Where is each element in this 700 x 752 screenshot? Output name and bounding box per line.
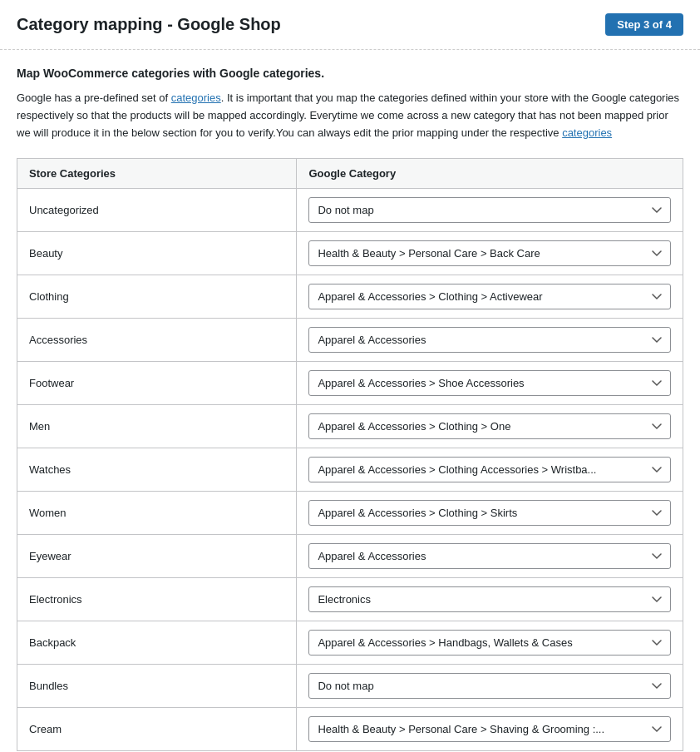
- google-category-select[interactable]: Apparel & Accessories > Clothing > Activ…: [308, 284, 671, 309]
- table-row: FootwearApparel & Accessories > Shoe Acc…: [17, 362, 683, 405]
- store-category-cell: Electronics: [17, 578, 297, 621]
- table-row: MenApparel & Accessories > Clothing > On…: [17, 405, 683, 448]
- page-title: Category mapping - Google Shop: [17, 15, 281, 34]
- store-category-cell: Beauty: [17, 232, 297, 275]
- table-row: BackpackApparel & Accessories > Handbags…: [17, 621, 683, 665]
- google-category-cell[interactable]: Apparel & Accessories > Handbags, Wallet…: [297, 621, 683, 665]
- subtitle: Map WooCommerce categories with Google c…: [17, 67, 683, 80]
- table-row: CreamHealth & Beauty > Personal Care > S…: [17, 708, 683, 751]
- google-category-select[interactable]: Apparel & Accessories > Shoe Accessories: [308, 370, 671, 396]
- desc-text1: Google has a pre-defined set of: [17, 92, 171, 104]
- table-header-row: Store Categories Google Category: [17, 159, 683, 189]
- store-category-cell: Eyewear: [17, 535, 297, 578]
- table-row: ElectronicsElectronics: [17, 578, 683, 621]
- step-badge: Step 3 of 4: [605, 13, 683, 36]
- table-row: BundlesDo not map: [17, 665, 683, 708]
- col-store-categories: Store Categories: [17, 159, 297, 189]
- store-category-cell: Men: [17, 405, 297, 448]
- store-category-cell: Watches: [17, 448, 297, 492]
- col-google-category: Google Category: [297, 159, 683, 189]
- google-category-cell[interactable]: Apparel & Accessories: [297, 535, 683, 578]
- google-category-select[interactable]: Apparel & Accessories > Clothing Accesso…: [308, 457, 671, 482]
- mapping-table: Store Categories Google Category Uncateg…: [17, 158, 683, 751]
- google-category-cell[interactable]: Health & Beauty > Personal Care > Shavin…: [297, 708, 683, 751]
- google-category-select[interactable]: Do not map: [308, 673, 671, 699]
- google-category-select[interactable]: Apparel & Accessories: [308, 327, 671, 353]
- google-category-select[interactable]: Health & Beauty > Personal Care > Shavin…: [308, 716, 671, 742]
- table-row: ClothingApparel & Accessories > Clothing…: [17, 275, 683, 319]
- table-row: EyewearApparel & Accessories: [17, 535, 683, 578]
- table-row: AccessoriesApparel & Accessories: [17, 319, 683, 362]
- google-category-select[interactable]: Health & Beauty > Personal Care > Back C…: [308, 240, 671, 266]
- google-category-select[interactable]: Do not map: [308, 197, 671, 223]
- google-category-cell[interactable]: Apparel & Accessories > Clothing > Activ…: [297, 275, 683, 319]
- store-category-cell: Women: [17, 492, 297, 535]
- google-category-select[interactable]: Electronics: [308, 586, 671, 612]
- google-category-cell[interactable]: Health & Beauty > Personal Care > Back C…: [297, 232, 683, 275]
- store-category-cell: Accessories: [17, 319, 297, 362]
- table-row: BeautyHealth & Beauty > Personal Care > …: [17, 232, 683, 275]
- store-category-cell: Uncategorized: [17, 189, 297, 232]
- google-category-cell[interactable]: Apparel & Accessories > Clothing Accesso…: [297, 448, 683, 492]
- google-category-cell[interactable]: Do not map: [297, 189, 683, 232]
- description: Google has a pre-defined set of categori…: [17, 90, 683, 141]
- categories-link-2[interactable]: categories: [562, 126, 612, 139]
- google-category-cell[interactable]: Do not map: [297, 665, 683, 708]
- table-row: WatchesApparel & Accessories > Clothing …: [17, 448, 683, 492]
- categories-link-1[interactable]: categories: [171, 92, 221, 104]
- google-category-cell[interactable]: Apparel & Accessories > Clothing > Skirt…: [297, 492, 683, 535]
- google-category-cell[interactable]: Apparel & Accessories: [297, 319, 683, 362]
- store-category-cell: Bundles: [17, 665, 297, 708]
- store-category-cell: Clothing: [17, 275, 297, 319]
- google-category-select[interactable]: Apparel & Accessories > Clothing > One: [308, 413, 671, 439]
- google-category-select[interactable]: Apparel & Accessories: [308, 543, 671, 569]
- page-header: Category mapping - Google Shop Step 3 of…: [0, 0, 700, 50]
- store-category-cell: Cream: [17, 708, 297, 751]
- store-category-cell: Backpack: [17, 621, 297, 665]
- table-row: UncategorizedDo not map: [17, 189, 683, 232]
- main-content: Map WooCommerce categories with Google c…: [0, 50, 700, 751]
- store-category-cell: Footwear: [17, 362, 297, 405]
- table-row: WomenApparel & Accessories > Clothing > …: [17, 492, 683, 535]
- google-category-cell[interactable]: Apparel & Accessories > Clothing > One: [297, 405, 683, 448]
- google-category-select[interactable]: Apparel & Accessories > Handbags, Wallet…: [308, 630, 671, 656]
- google-category-select[interactable]: Apparel & Accessories > Clothing > Skirt…: [308, 500, 671, 526]
- google-category-cell[interactable]: Electronics: [297, 578, 683, 621]
- google-category-cell[interactable]: Apparel & Accessories > Shoe Accessories: [297, 362, 683, 405]
